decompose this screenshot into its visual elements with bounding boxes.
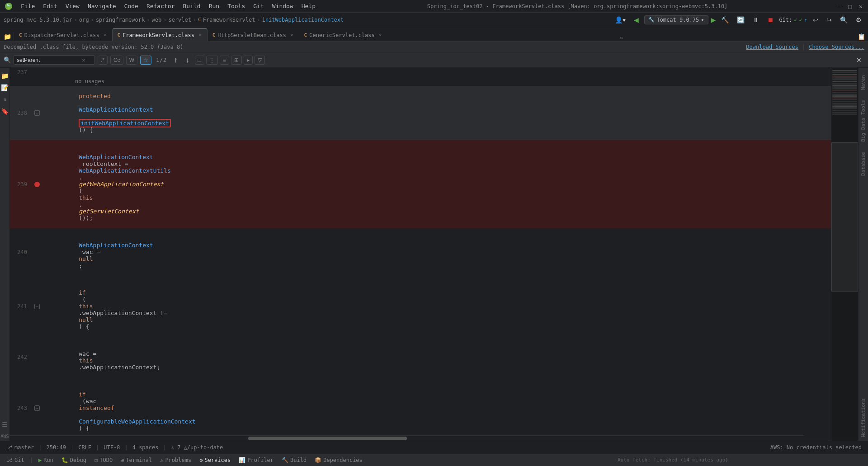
breadcrumb-web[interactable]: web <box>151 17 161 23</box>
panel-icon-commit[interactable]: 📝 <box>0 83 9 92</box>
panel-icon-aws[interactable]: AWS <box>0 432 9 441</box>
menu-help[interactable]: Help <box>298 2 319 10</box>
download-sources-link[interactable]: Download Sources <box>746 44 798 50</box>
horizontal-scrollbar[interactable] <box>10 435 804 441</box>
maximize-button[interactable]: □ <box>846 3 854 10</box>
panel-icon-project[interactable]: 📁 <box>0 71 9 80</box>
left-panel-toggle[interactable]: 📁 <box>3 32 12 41</box>
menu-window[interactable]: Window <box>269 2 297 10</box>
expand-search-button[interactable]: □ <box>195 56 204 65</box>
tool-profiler[interactable]: 📊 Profiler <box>236 456 276 464</box>
indent-item[interactable]: 4 spaces <box>130 443 161 452</box>
vcs-button[interactable]: 👤▾ <box>612 15 628 24</box>
git-checkmark-2[interactable]: ✓ <box>799 17 802 23</box>
minimap-viewport[interactable] <box>831 142 858 292</box>
tab-dispatcher-servlet[interactable]: C DispatcherServlet.class ✕ <box>14 28 112 41</box>
run-button[interactable]: ▶ <box>711 15 716 24</box>
menu-edit[interactable]: Edit <box>39 2 61 10</box>
tab-framework-servlet[interactable]: C FrameworkServlet.class ✕ <box>112 28 207 41</box>
more-button[interactable]: ⏸ <box>750 15 762 24</box>
fold-241[interactable]: − <box>34 304 40 309</box>
git-status-item[interactable]: ⎇ master <box>4 443 37 452</box>
h-scroll-thumb[interactable] <box>248 437 407 440</box>
case-button[interactable]: Cc <box>110 56 123 65</box>
breadcrumb-springframework[interactable]: springframework <box>96 17 145 23</box>
tab-close-1[interactable]: ✕ <box>103 32 108 38</box>
undo-button[interactable]: ↩ <box>810 15 821 24</box>
tool-debug[interactable]: 🐛 Debug <box>59 456 89 464</box>
notifications-panel-tab[interactable]: Notifications <box>859 395 868 441</box>
prev-result-button[interactable]: ↑ <box>171 55 180 65</box>
database-panel-tab[interactable]: Database <box>859 148 868 179</box>
menu-refactor[interactable]: Refactor <box>143 2 179 10</box>
app-logo[interactable]: 🍃 <box>4 1 14 11</box>
minimize-button[interactable]: — <box>835 3 843 10</box>
breadcrumb-method[interactable]: initWebApplicationContext <box>262 17 344 23</box>
search-everywhere-button[interactable]: 🔍 <box>837 15 850 24</box>
tool-run[interactable]: ▶ Run <box>36 456 56 464</box>
warnings-item[interactable]: ⚠ 7 △/up-to-date <box>168 443 226 452</box>
maven-panel-tab[interactable]: Maven <box>859 71 868 94</box>
tool-terminal[interactable]: ⊞ Terminal <box>118 456 155 464</box>
git-checkmark-1[interactable]: ✓ <box>794 17 797 23</box>
git-arrow-up[interactable]: ↑ <box>804 17 807 23</box>
breadcrumb-framework-servlet[interactable]: FrameworkServlet <box>203 17 255 23</box>
tool-dependencies[interactable]: 📦 Dependencies <box>312 456 365 464</box>
highlight-button[interactable]: ≡ <box>220 56 229 65</box>
line-ending-item[interactable]: CRLF <box>75 443 94 452</box>
menu-navigate[interactable]: Navigate <box>84 2 120 10</box>
tool-problems[interactable]: ⚠ Problems <box>157 456 194 464</box>
menu-git[interactable]: Git <box>250 2 267 10</box>
build-button[interactable]: 🔨 <box>718 15 731 24</box>
menu-view[interactable]: View <box>62 2 83 10</box>
tabs-overflow[interactable]: » <box>616 34 627 41</box>
regex-button[interactable]: .* <box>98 56 108 65</box>
word-button[interactable]: W <box>126 56 137 65</box>
tab-close-4[interactable]: ✕ <box>378 32 383 38</box>
menu-build[interactable]: Build <box>179 2 204 10</box>
menu-file[interactable]: File <box>17 2 38 10</box>
menu-code[interactable]: Code <box>121 2 142 10</box>
tab-close-2[interactable]: ✕ <box>198 32 203 38</box>
breakpoint-239[interactable] <box>34 182 40 187</box>
panel-icon-structure[interactable]: ☰ <box>0 420 9 429</box>
tool-todo[interactable]: ☑ TODO <box>92 456 115 464</box>
tomcat-selector[interactable]: 🔧 Tomcat 9.0.75 ▾ <box>644 15 708 24</box>
tab-http-servlet-bean[interactable]: C HttpServletBean.class ✕ <box>208 28 299 41</box>
panel-icon-pull-requests[interactable]: ⇅ <box>0 95 9 104</box>
breadcrumb-org[interactable]: org <box>79 17 89 23</box>
menu-tools[interactable]: Tools <box>224 2 249 10</box>
right-panel-toggle[interactable]: 📋 <box>857 32 866 41</box>
search-filter-icon[interactable]: ▽ <box>255 56 265 65</box>
tab-generic-servlet[interactable]: C GenericServlet.class ✕ <box>299 28 388 41</box>
clear-search-icon[interactable]: ✕ <box>82 56 85 63</box>
tool-services[interactable]: ⚙ Services <box>197 456 233 464</box>
breadcrumb-servlet[interactable]: servlet <box>168 17 191 23</box>
choose-sources-link[interactable]: Choose Sources... <box>809 44 864 50</box>
filter-occurrences[interactable]: ⊞ <box>231 56 242 65</box>
aws-status-item[interactable]: AWS: No credentials selected <box>768 443 864 452</box>
fold-238[interactable]: − <box>34 110 40 116</box>
close-search-x[interactable]: ✕ <box>854 56 864 65</box>
stop-button[interactable]: ⏹ <box>764 15 776 24</box>
filter-button[interactable]: ☆ <box>140 56 151 65</box>
menu-run[interactable]: Run <box>205 2 223 10</box>
big-data-panel-tab[interactable]: Big Data Tools <box>859 96 868 146</box>
tool-build[interactable]: 🔨 Build <box>279 456 309 464</box>
position-item[interactable]: 250:49 <box>44 443 69 452</box>
tool-git[interactable]: ⎇ Git <box>4 456 27 464</box>
tab-close-3[interactable]: ✕ <box>289 32 294 38</box>
settings-button[interactable]: ⚙ <box>853 15 864 24</box>
breadcrumb-jar[interactable]: spring-mvc-5.3.10.jar <box>4 17 72 23</box>
panel-icon-bookmarks[interactable]: 🔖 <box>0 107 9 116</box>
close-button[interactable]: ✕ <box>857 3 864 10</box>
next-result-button[interactable]: ↓ <box>183 55 192 65</box>
back-button[interactable]: ◀ <box>631 15 642 24</box>
search-input[interactable] <box>17 57 80 63</box>
fold-243[interactable]: − <box>34 405 40 411</box>
encoding-item[interactable]: UTF-8 <box>101 443 123 452</box>
close-search-button[interactable]: ▸ <box>244 56 253 65</box>
more-search-options[interactable]: ⋮ <box>206 56 218 65</box>
reload-button[interactable]: 🔄 <box>734 15 747 24</box>
redo-button[interactable]: ↪ <box>824 15 835 24</box>
